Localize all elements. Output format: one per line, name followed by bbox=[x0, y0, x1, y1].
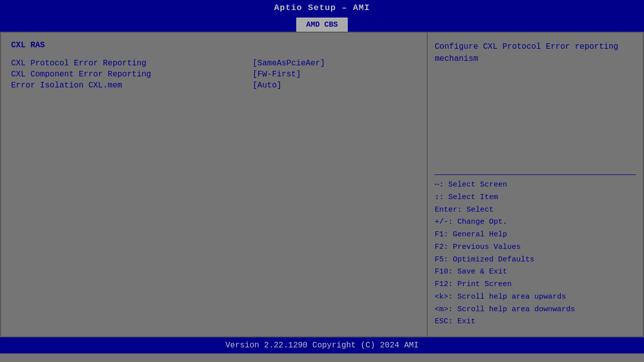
section-title: CXL RAS bbox=[11, 41, 417, 50]
key-help-item: ↕: Select Item bbox=[435, 192, 636, 204]
key-help-item: F10: Save & Exit bbox=[435, 266, 636, 279]
key-help-item: +/-: Change Opt. bbox=[435, 216, 636, 229]
tab-bar: AMD CBS bbox=[0, 16, 644, 32]
left-panel: CXL RAS CXL Protocol Error Reporting [Sa… bbox=[1, 33, 428, 336]
key-arrows-lr-icon: ↔ bbox=[435, 180, 439, 189]
list-item[interactable]: Error Isolation CXL.mem [Auto] bbox=[11, 81, 417, 90]
key-help-item: <m>: Scroll help area downwards bbox=[435, 304, 636, 316]
version-text: Version 2.22.1290 Copyright (C) 2024 AMI bbox=[225, 341, 419, 350]
status-bar: Version 2.22.1290 Copyright (C) 2024 AMI bbox=[0, 337, 644, 353]
list-item[interactable]: CXL Protocol Error Reporting [SameAsPcie… bbox=[11, 59, 417, 68]
item-label: Error Isolation CXL.mem bbox=[11, 81, 253, 90]
item-label: CXL Component Error Reporting bbox=[11, 70, 253, 79]
key-help-item: F2: Previous Values bbox=[435, 241, 636, 254]
title-text: Aptio Setup – AMI bbox=[274, 3, 370, 13]
key-help: ↔: Select Screen↕: Select ItemEnter: Sel… bbox=[435, 179, 636, 328]
tab-amd-cbs[interactable]: AMD CBS bbox=[296, 18, 347, 32]
divider bbox=[435, 174, 636, 175]
main-content: CXL RAS CXL Protocol Error Reporting [Sa… bbox=[0, 32, 644, 337]
key-help-item: Enter: Select bbox=[435, 204, 636, 217]
item-value: [SameAsPcieAer] bbox=[253, 59, 325, 68]
key-help-item: F1: General Help bbox=[435, 229, 636, 241]
item-value: [FW-First] bbox=[253, 70, 301, 79]
right-panel: Configure CXL Protocol Error reporting m… bbox=[428, 33, 643, 336]
item-value: [Auto] bbox=[253, 81, 282, 90]
title-bar: Aptio Setup – AMI bbox=[0, 0, 644, 16]
key-arrows-ud-icon: ↕ bbox=[435, 193, 439, 202]
key-help-item: F12: Print Screen bbox=[435, 279, 636, 291]
key-help-item: ↔: Select Screen bbox=[435, 179, 636, 192]
item-label: CXL Protocol Error Reporting bbox=[11, 59, 253, 68]
key-help-item: F5: Optimized Defaults bbox=[435, 254, 636, 266]
key-help-item: ESC: Exit bbox=[435, 316, 636, 328]
help-text: Configure CXL Protocol Error reporting m… bbox=[435, 41, 636, 170]
list-item[interactable]: CXL Component Error Reporting [FW-First] bbox=[11, 70, 417, 79]
key-help-item: <k>: Scroll help area upwards bbox=[435, 291, 636, 304]
